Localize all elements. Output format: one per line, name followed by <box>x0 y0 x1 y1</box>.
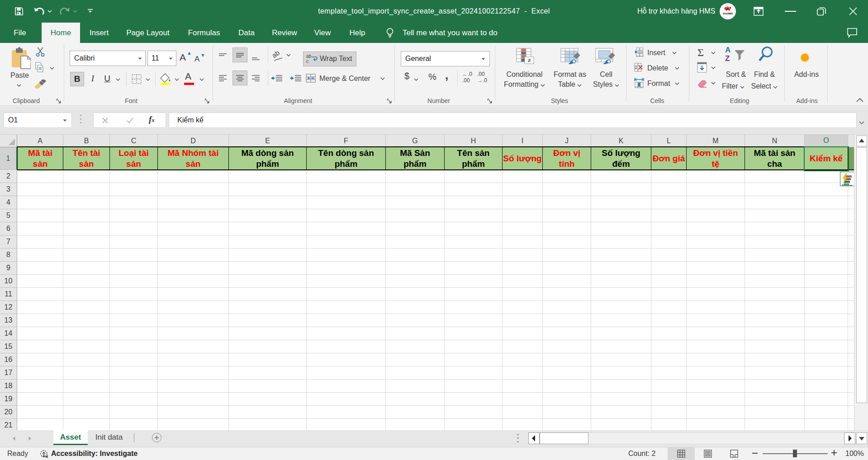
svg-text:≠: ≠ <box>527 57 531 64</box>
svg-text:VinHMS: VinHMS <box>723 12 733 15</box>
